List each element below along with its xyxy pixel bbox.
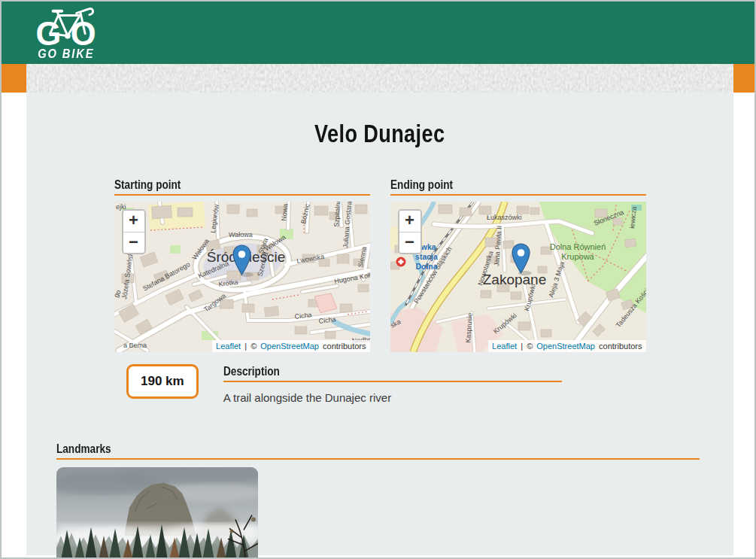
banner-accent-right xyxy=(733,64,754,93)
description-heading: Description xyxy=(223,364,562,382)
end-marker-pin[interactable] xyxy=(512,243,530,274)
ending-point-heading: Ending point xyxy=(390,178,646,196)
landmark-photo[interactable] xyxy=(56,467,258,559)
map-zoom-out-button[interactable]: − xyxy=(399,232,421,253)
map-zoom-out-button[interactable]: − xyxy=(123,232,144,253)
street-label: Wałowa xyxy=(229,231,253,238)
ending-point-map[interactable]: Łukaszówki Nowotarska Powstańców Śląskic… xyxy=(390,202,646,352)
bike-logo-icon: G O xyxy=(30,5,102,49)
description-text: A trail alongside the Dunajec river xyxy=(223,391,562,404)
detail-row: 190 km Description A trail alongside the… xyxy=(126,364,733,404)
banner-accent-left xyxy=(2,64,26,93)
description-section: Description A trail alongside the Dunaje… xyxy=(223,364,562,404)
maps-row: Starting point xyxy=(114,178,646,352)
starting-point-map[interactable]: Wałowa Wałowa Wałowa Legionów Nowa Bóżni… xyxy=(114,202,370,352)
hero-banner xyxy=(2,64,754,93)
map-zoom-control: + − xyxy=(398,209,422,254)
map-zoom-control: + − xyxy=(122,209,146,254)
header: G O GO BIKE xyxy=(2,2,754,64)
svg-text:Dolna: Dolna xyxy=(415,262,437,271)
openstreetmap-link[interactable]: OpenStreetMap xyxy=(536,342,595,351)
leaflet-link[interactable]: Leaflet xyxy=(492,342,517,351)
landmarks-section: Landmarks xyxy=(26,442,733,559)
street-label: a Bema xyxy=(123,342,147,349)
logo-text: GO BIKE xyxy=(38,47,94,61)
page: G O GO BIKE xyxy=(0,0,756,559)
openstreetmap-link[interactable]: OpenStreetMap xyxy=(260,342,319,351)
landmarks-heading: Landmarks xyxy=(56,442,700,460)
map-zoom-in-button[interactable]: + xyxy=(123,211,144,232)
svg-text:Krupowa: Krupowa xyxy=(561,252,594,261)
route-page: Velo Dunajec Starting point xyxy=(26,93,733,555)
logo[interactable]: G O GO BIKE xyxy=(30,5,102,61)
svg-text:Dolna Równień: Dolna Równień xyxy=(549,242,606,251)
hero-banner-image xyxy=(26,64,733,93)
start-marker-pin[interactable] xyxy=(232,245,251,275)
starting-point-section: Starting point xyxy=(114,178,370,352)
street-label: Łukaszówki xyxy=(487,214,522,221)
ending-point-section: Ending point xyxy=(390,178,646,352)
map-tiles-start: Wałowa Wałowa Wałowa Legionów Nowa Bóżni… xyxy=(114,202,370,352)
map-attribution: Leaflet | © OpenStreetMap contributors xyxy=(488,340,645,352)
page-title: Velo Dunajec xyxy=(26,93,733,148)
station-icon xyxy=(396,257,405,267)
map-tiles-end: Łukaszówki Nowotarska Powstańców Śląskic… xyxy=(390,202,646,352)
map-attribution: Leaflet | © OpenStreetMap contributors xyxy=(212,340,369,352)
map-zoom-in-button[interactable]: + xyxy=(399,211,421,232)
starting-point-heading: Starting point xyxy=(114,178,370,196)
leaflet-link[interactable]: Leaflet xyxy=(216,342,241,351)
map-place-label: Zakopane xyxy=(482,272,546,287)
distance-badge: 190 km xyxy=(126,364,199,399)
svg-text:G: G xyxy=(35,16,61,49)
